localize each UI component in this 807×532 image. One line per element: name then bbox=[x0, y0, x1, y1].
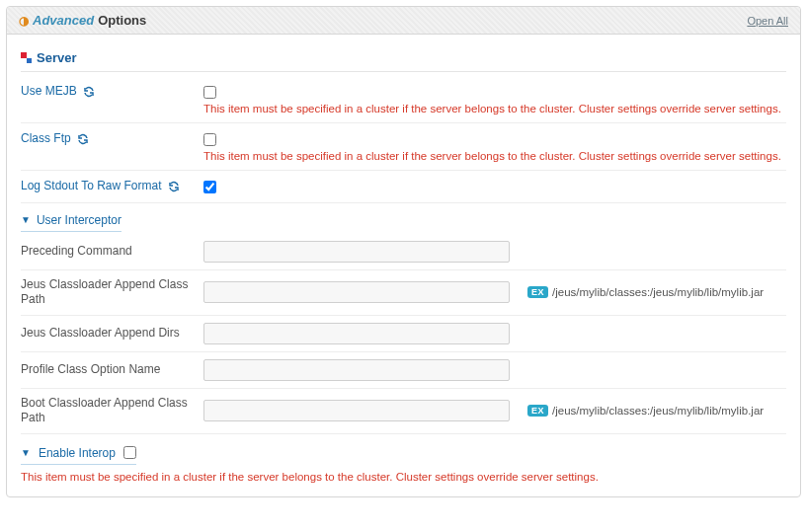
row-preceding-command: Preceding Command bbox=[21, 234, 786, 270]
checkbox-log-stdout[interactable] bbox=[203, 181, 216, 193]
label-profile-class-option: Profile Class Option Name bbox=[21, 362, 194, 378]
ex-badge-icon: EX bbox=[527, 286, 548, 298]
hint-boot-append-classpath: EX /jeus/mylib/classes:/jeus/mylib/lib/m… bbox=[527, 405, 764, 417]
row-profile-class-option: Profile Class Option Name bbox=[21, 352, 786, 389]
collapse-icon: ▼ bbox=[21, 447, 31, 458]
control-use-mejb: This item must be specified in a cluster… bbox=[203, 84, 786, 114]
input-boot-append-classpath[interactable] bbox=[203, 400, 510, 421]
label-jeus-append-classpath: Jeus Classloader Append Class Path bbox=[21, 277, 194, 308]
hint-text: /jeus/mylib/classes:/jeus/mylib/lib/myli… bbox=[552, 405, 764, 417]
user-interceptor-title: User Interceptor bbox=[37, 213, 121, 227]
checkbox-use-mejb[interactable] bbox=[203, 86, 216, 99]
input-preceding-command[interactable] bbox=[203, 241, 510, 263]
refresh-icon bbox=[83, 86, 95, 98]
hint-jeus-append-classpath: EX /jeus/mylib/classes:/jeus/mylib/lib/m… bbox=[527, 286, 764, 298]
user-interceptor-section: ▼ User Interceptor bbox=[21, 211, 786, 232]
checkbox-enable-interop[interactable] bbox=[123, 446, 136, 459]
enable-interop-title: Enable Interop bbox=[39, 446, 116, 460]
row-boot-append-classpath: Boot Classloader Append Class Path EX /j… bbox=[21, 389, 786, 434]
title-options: Options bbox=[98, 13, 146, 28]
enable-interop-header[interactable]: ▼ Enable Interop bbox=[21, 444, 136, 465]
input-jeus-append-classpath[interactable] bbox=[203, 281, 510, 303]
row-jeus-append-dirs: Jeus Classloader Append Dirs bbox=[21, 316, 786, 352]
collapse-icon: ▼ bbox=[21, 214, 31, 225]
label-log-stdout-text: Log Stdout To Raw Format bbox=[21, 179, 162, 194]
panel-title: ◑ Advanced Options bbox=[19, 13, 146, 28]
label-boot-append-classpath: Boot Classloader Append Class Path bbox=[21, 396, 194, 426]
warn-use-mejb: This item must be specified in a cluster… bbox=[203, 103, 786, 114]
checkbox-class-ftp[interactable] bbox=[203, 133, 216, 146]
server-icon bbox=[21, 52, 32, 63]
panel-header: ◑ Advanced Options Open All bbox=[7, 7, 800, 35]
row-jeus-append-classpath: Jeus Classloader Append Class Path EX /j… bbox=[21, 270, 786, 316]
input-jeus-append-dirs[interactable] bbox=[203, 323, 510, 344]
label-use-mejb[interactable]: Use MEJB bbox=[21, 84, 194, 100]
row-use-mejb: Use MEJB This item must be specified in … bbox=[21, 76, 786, 123]
open-all-link[interactable]: Open All bbox=[747, 15, 788, 27]
control-class-ftp: This item must be specified in a cluster… bbox=[203, 131, 786, 162]
label-class-ftp-text: Class Ftp bbox=[21, 131, 71, 147]
server-section-header: Server bbox=[21, 44, 786, 72]
label-preceding-command: Preceding Command bbox=[21, 244, 194, 260]
panel-body: Server Use MEJB This item must be specif… bbox=[7, 35, 800, 496]
label-log-stdout[interactable]: Log Stdout To Raw Format bbox=[21, 179, 194, 194]
ex-badge-icon: EX bbox=[527, 405, 548, 417]
label-class-ftp[interactable]: Class Ftp bbox=[21, 131, 194, 147]
input-profile-class-option[interactable] bbox=[203, 359, 510, 381]
label-use-mejb-text: Use MEJB bbox=[21, 84, 77, 100]
control-log-stdout bbox=[203, 179, 786, 193]
refresh-icon bbox=[77, 133, 89, 145]
warn-class-ftp: This item must be specified in a cluster… bbox=[203, 150, 786, 162]
warning-icon: ◑ bbox=[19, 14, 29, 28]
row-log-stdout: Log Stdout To Raw Format bbox=[21, 171, 786, 203]
row-class-ftp: Class Ftp This item must be specified in… bbox=[21, 123, 786, 171]
enable-interop-section: ▼ Enable Interop This item must be speci… bbox=[21, 444, 786, 483]
server-section-title: Server bbox=[37, 50, 76, 65]
advanced-options-panel: ◑ Advanced Options Open All Server Use M… bbox=[6, 6, 801, 497]
label-jeus-append-dirs: Jeus Classloader Append Dirs bbox=[21, 326, 194, 342]
warn-enable-interop: This item must be specified in a cluster… bbox=[21, 471, 786, 483]
hint-text: /jeus/mylib/classes:/jeus/mylib/lib/myli… bbox=[552, 286, 764, 298]
refresh-icon bbox=[168, 181, 180, 192]
user-interceptor-header[interactable]: ▼ User Interceptor bbox=[21, 211, 121, 232]
title-advanced: Advanced bbox=[33, 13, 94, 28]
